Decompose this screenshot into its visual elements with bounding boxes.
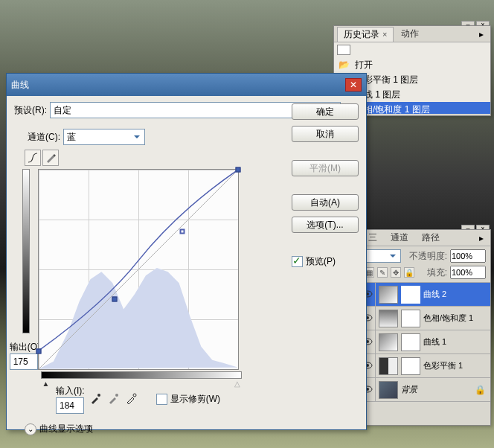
layer-thumb [379, 333, 398, 351]
opacity-input[interactable] [450, 249, 486, 263]
tab-channels[interactable]: 通道 [385, 231, 414, 246]
preset-label: 预设(R): [14, 104, 47, 117]
tab-paths[interactable]: 路径 [416, 231, 446, 246]
svg-point-16 [133, 394, 136, 397]
pencil-tool-icon[interactable] [42, 150, 59, 166]
expand-options-icon[interactable]: ⌄ [25, 423, 36, 435]
svg-line-13 [39, 170, 238, 369]
curve-point[interactable] [179, 229, 185, 234]
lock-paint-icon[interactable]: ✎ [377, 267, 388, 278]
mask-thumb [401, 357, 420, 375]
layer-name: 色相/饱和度 1 [423, 313, 490, 324]
curves-titlebar[interactable]: 曲线 ✕ [7, 74, 366, 96]
svg-point-14 [97, 394, 100, 397]
tab-close-icon[interactable]: × [382, 30, 387, 39]
layer-background[interactable]: 背景 🔒 [359, 378, 490, 402]
eyedropper-gray-icon[interactable] [107, 391, 121, 407]
opacity-label: 不透明度: [409, 250, 447, 263]
clip-label: 显示修剪(W) [170, 393, 220, 406]
output-gradient [22, 169, 30, 333]
layer-huesat1[interactable]: 色相/饱和度 1 [359, 307, 490, 330]
mask-thumb [401, 310, 420, 327]
layer-thumb [379, 310, 398, 327]
eyedropper-white-icon[interactable] [125, 391, 138, 407]
output-input[interactable] [10, 353, 38, 370]
layer-curves1[interactable]: 曲线 1 [359, 330, 490, 354]
curve-point[interactable] [236, 167, 241, 173]
layers-list: 曲线 2 色相/饱和度 1 曲线 1 色彩平衡 1 背景 🔒 [359, 283, 490, 402]
history-tabs: 历史记录× 动作 ▸ [334, 26, 490, 42]
mask-thumb [401, 286, 420, 304]
open-icon: 📂 [337, 60, 350, 70]
slider-white[interactable]: △ [234, 380, 240, 388]
options-label: 曲线显示选项 [39, 423, 93, 435]
blend-mode-select[interactable] [364, 249, 401, 263]
layer-name: 背景 [401, 384, 475, 395]
panel-menu-icon[interactable]: ▸ [475, 29, 487, 39]
cancel-button[interactable]: 取消 [292, 126, 359, 142]
channel-label: 通道(C): [28, 131, 60, 144]
layer-colorbal1[interactable]: 色彩平衡 1 [359, 354, 490, 378]
smooth-button[interactable]: 平滑(M) [292, 160, 359, 176]
ok-button[interactable]: 确定 [292, 103, 359, 120]
snapshot-thumb [337, 45, 350, 55]
layers-panel: 三 通道 路径 ▸ 不透明度: ▦ ✎ ✥ 🔒 填充: 曲线 2 [359, 229, 491, 426]
curves-dialog: 曲线 ✕ 预设(R): 自定 通道(C): 蓝 [6, 73, 367, 430]
input-label: 输入(I): [56, 385, 85, 397]
tab-actions[interactable]: 动作 [395, 27, 425, 42]
input-gradient: ▲ △ [41, 371, 242, 379]
lock-icon: 🔒 [475, 385, 486, 395]
history-item-open[interactable]: 📂 打开 [334, 57, 490, 72]
svg-point-15 [115, 394, 118, 397]
lock-move-icon[interactable]: ✥ [391, 267, 401, 278]
history-item-label: 打开 [355, 59, 373, 71]
eyedropper-black-icon[interactable] [89, 391, 103, 407]
tab-history[interactable]: 历史记录× [337, 27, 394, 42]
slider-black[interactable]: ▲ [42, 380, 49, 388]
layers-controls: 不透明度: ▦ ✎ ✥ 🔒 填充: [359, 246, 490, 283]
fill-input[interactable] [450, 266, 486, 279]
layer-name: 曲线 2 [423, 289, 490, 300]
layer-curves2[interactable]: 曲线 2 [359, 283, 490, 307]
dialog-title: 曲线 [11, 79, 345, 92]
curve-point[interactable] [112, 297, 117, 302]
layer-thumb [379, 357, 398, 375]
lock-icons: ▦ ✎ ✥ 🔒 [364, 267, 414, 278]
layer-name: 曲线 1 [423, 336, 490, 348]
close-button[interactable]: ✕ [345, 78, 362, 92]
layers-tabs: 三 通道 路径 ▸ [359, 230, 490, 246]
mask-thumb [401, 333, 420, 351]
panel-menu-icon[interactable]: ▸ [475, 233, 487, 243]
input-input[interactable] [56, 397, 84, 414]
channel-select[interactable]: 蓝 [63, 129, 145, 145]
curve-tool-icon[interactable] [25, 150, 41, 166]
auto-button[interactable]: 自动(A) [292, 194, 359, 211]
fill-label: 填充: [427, 266, 447, 279]
history-snapshot[interactable] [334, 42, 490, 57]
curve-point[interactable] [36, 348, 42, 353]
options-button[interactable]: 选项(T)... [292, 217, 359, 233]
lock-all-icon[interactable]: 🔒 [404, 267, 414, 278]
layer-thumb [379, 286, 398, 304]
layer-thumb [379, 381, 398, 399]
layer-name: 色彩平衡 1 [423, 360, 490, 371]
preview-label: 预览(P) [306, 255, 336, 268]
curve-canvas[interactable] [38, 169, 239, 370]
